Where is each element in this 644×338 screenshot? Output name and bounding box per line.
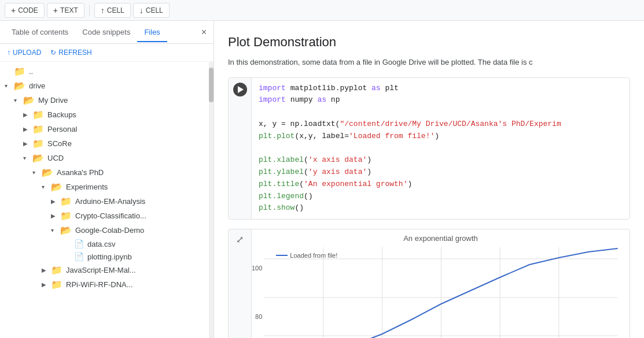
sidebar-actions: ↑ UPLOAD ↻ REFRESH bbox=[0, 44, 214, 62]
legend-label: Loaded from file! bbox=[290, 252, 337, 259]
code-editor[interactable]: import matplotlib.pyplot as plt import n… bbox=[252, 78, 630, 220]
add-text-button[interactable]: + TEXT bbox=[47, 3, 84, 18]
expand-icon: ▶ bbox=[42, 281, 51, 288]
code-line-10: plt.legend() bbox=[259, 191, 623, 203]
tree-item-label: UCD bbox=[47, 154, 64, 162]
tree-item-label: drive bbox=[29, 81, 45, 90]
folder-icon: 📂 bbox=[14, 80, 25, 91]
tab-files[interactable]: Files bbox=[137, 23, 167, 42]
code-line-5: plt.plot(x,y, label='Loaded from file!') bbox=[259, 131, 623, 143]
tree-item-dotdot[interactable]: 📁 .. bbox=[0, 64, 214, 79]
folder-icon: 📁 bbox=[32, 109, 44, 120]
y-tick-100: 100 bbox=[252, 265, 262, 272]
tree-item-label: My Drive bbox=[38, 96, 68, 105]
text-button-label: TEXT bbox=[60, 6, 78, 14]
close-sidebar-button[interactable]: × bbox=[199, 25, 209, 40]
tree-item-drive[interactable]: ▾ 📂 drive bbox=[0, 79, 214, 93]
run-cell-button[interactable] bbox=[229, 78, 252, 220]
tree-item-label: Google-Colab-Demo bbox=[75, 226, 144, 235]
tree-item-label: Crypto-Classificatio... bbox=[75, 211, 146, 220]
folder-icon: 📁 bbox=[60, 210, 72, 221]
code-line-3 bbox=[259, 106, 623, 118]
play-button[interactable] bbox=[233, 83, 247, 96]
folder-icon: 📁 bbox=[51, 265, 62, 276]
tree-item-google-colab-demo[interactable]: ▾ 📂 Google-Colab-Demo bbox=[0, 223, 214, 237]
scrollbar[interactable] bbox=[209, 62, 214, 338]
y-tick-80: 80 bbox=[255, 313, 262, 320]
tree-item-javascript-em[interactable]: ▶ 📁 JavaScript-EM-Mal... bbox=[0, 263, 214, 277]
tree-item-experiments[interactable]: ▾ 📂 Experiments bbox=[0, 180, 214, 194]
expand-icon: ▾ bbox=[23, 155, 32, 161]
folder-icon: 📁 bbox=[32, 138, 44, 149]
notebook-content: Plot Demonstration In this demonstration… bbox=[214, 21, 644, 338]
keyword-import2: import bbox=[259, 95, 286, 104]
folder-icon: 📂 bbox=[23, 95, 35, 106]
tab-code-snippets[interactable]: Code snippets bbox=[75, 23, 137, 42]
tree-item-asankas-phd[interactable]: ▾ 📂 Asanka's PhD bbox=[0, 165, 214, 180]
folder-icon: 📁 bbox=[32, 124, 44, 135]
tree-item-label: Arduino-EM-Analysis bbox=[75, 197, 145, 206]
output-cell: ⤢ An exponential growth 100 80 60 bbox=[228, 229, 630, 338]
tree-item-crypto[interactable]: ▶ 📁 Crypto-Classificatio... bbox=[0, 209, 214, 223]
legend-line-icon bbox=[276, 255, 288, 256]
expand-icon: ▾ bbox=[32, 169, 42, 176]
tree-item-label: Experiments bbox=[66, 183, 108, 191]
chart-legend: Loaded from file! bbox=[276, 252, 337, 259]
tab-table-of-contents[interactable]: Table of contents bbox=[5, 23, 75, 42]
add-code-button[interactable]: + CODE bbox=[5, 3, 45, 18]
arrow-down-icon: ↓ bbox=[139, 6, 143, 15]
notebook-title: Plot Demonstration bbox=[228, 35, 630, 50]
expand-icon: ▶ bbox=[23, 112, 32, 118]
chart-title: An exponential growth bbox=[252, 234, 630, 243]
tree-item-label: Personal bbox=[47, 125, 77, 133]
keyword-import: import bbox=[259, 84, 286, 92]
sidebar: Table of contents Code snippets Files × … bbox=[0, 21, 214, 338]
tree-item-label: .. bbox=[29, 67, 33, 76]
tree-item-personal[interactable]: ▶ 📁 Personal bbox=[0, 122, 214, 136]
expand-icon: ▾ bbox=[5, 83, 14, 89]
tree-item-rpi-wifi[interactable]: ▶ 📁 RPi-WiFi-RF-DNA... bbox=[0, 277, 214, 292]
cell-up-label: CELL bbox=[107, 6, 124, 14]
tree-item-backups[interactable]: ▶ 📁 Backups bbox=[0, 107, 214, 122]
expand-icon: ▶ bbox=[23, 140, 32, 147]
chart-svg bbox=[264, 247, 618, 338]
refresh-button[interactable]: ↻ REFRESH bbox=[50, 49, 91, 57]
upload-button[interactable]: ↑ UPLOAD bbox=[7, 49, 41, 57]
refresh-icon: ↻ bbox=[50, 49, 56, 57]
play-icon bbox=[238, 86, 244, 93]
cell-down-button[interactable]: ↓ CELL bbox=[133, 3, 170, 18]
arrow-up-icon: ↑ bbox=[101, 6, 105, 15]
chart-container: An exponential growth 100 80 60 Loaded f… bbox=[252, 229, 630, 338]
tree-item-label: Asanka's PhD bbox=[57, 168, 104, 177]
keyword-as: as bbox=[371, 84, 381, 92]
plus-icon-text: + bbox=[53, 6, 58, 15]
tree-item-plotting-ipynb[interactable]: 📄 plotting.ipynb bbox=[0, 250, 214, 263]
expand-icon: ▶ bbox=[23, 126, 32, 132]
tree-item-label: RPi-WiFi-RF-DNA... bbox=[66, 280, 133, 289]
chart-svg-container: Loaded from file! bbox=[264, 247, 618, 338]
folder-icon: 📁 bbox=[51, 279, 62, 290]
code-line-8: plt.ylabel('y axis data') bbox=[259, 166, 623, 179]
folder-icon: 📂 bbox=[60, 225, 72, 236]
expand-icon: ▾ bbox=[14, 97, 23, 103]
tree-item-arduino-em[interactable]: ▶ 📁 Arduino-EM-Analysis bbox=[0, 194, 214, 209]
expand-icon: ▶ bbox=[42, 267, 51, 273]
keyword-as2: as bbox=[317, 95, 326, 104]
output-side: ⤢ bbox=[229, 229, 252, 338]
toolbar-separator bbox=[89, 5, 90, 16]
main-area: Table of contents Code snippets Files × … bbox=[0, 21, 644, 338]
toolbar: + CODE + TEXT ↑ CELL ↓ CELL bbox=[0, 0, 644, 21]
tree-item-label: JavaScript-EM-Mal... bbox=[66, 266, 136, 274]
expand-icon: ▾ bbox=[51, 227, 60, 233]
chart-output: An exponential growth 100 80 60 Loaded f… bbox=[252, 229, 630, 338]
scroll-thumb[interactable] bbox=[209, 68, 214, 102]
chart-area: 100 80 60 Loaded from file! bbox=[252, 247, 630, 338]
tree-item-my-drive[interactable]: ▾ 📂 My Drive bbox=[0, 93, 214, 107]
tree-item-score[interactable]: ▶ 📁 SCoRe bbox=[0, 136, 214, 151]
notebook-description: In this demonstration, some data from a … bbox=[228, 57, 630, 68]
code-line-9: plt.title('An exponential growth') bbox=[259, 179, 623, 191]
tree-item-data-csv[interactable]: 📄 data.csv bbox=[0, 237, 214, 250]
tree-item-ucd[interactable]: ▾ 📂 UCD bbox=[0, 151, 214, 165]
expand-icon: ▶ bbox=[51, 198, 60, 205]
cell-up-button[interactable]: ↑ CELL bbox=[94, 3, 131, 18]
